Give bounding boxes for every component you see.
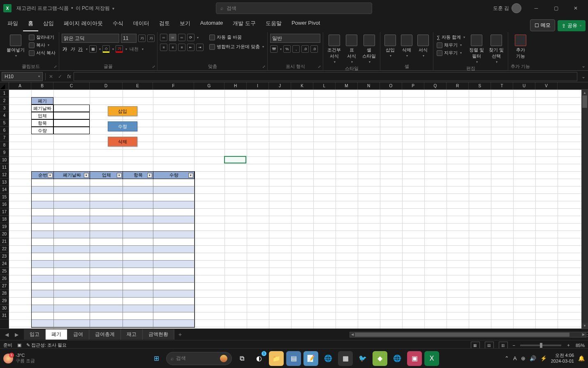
table-cell[interactable] bbox=[32, 275, 54, 283]
insert-cells-button[interactable]: 삽입▾ bbox=[383, 34, 398, 58]
row-header[interactable]: 22 bbox=[0, 245, 9, 253]
increase-decimal-button[interactable]: .0 bbox=[301, 45, 309, 53]
format-painter-button[interactable]: 서식 복사 bbox=[28, 49, 56, 56]
sheet-nav-prev[interactable]: ◀ bbox=[2, 332, 12, 338]
battery-icon[interactable]: ⚡ bbox=[540, 355, 547, 361]
table-cell[interactable] bbox=[54, 268, 90, 275]
row-header[interactable]: 27 bbox=[0, 282, 9, 290]
fx-button[interactable]: fx bbox=[65, 74, 74, 79]
table-cell[interactable] bbox=[90, 268, 123, 275]
table-cell[interactable] bbox=[153, 216, 194, 224]
filter-button[interactable]: ▾ bbox=[188, 173, 193, 178]
macro-record-icon[interactable]: ▣ bbox=[17, 342, 21, 348]
column-header[interactable]: E bbox=[123, 82, 153, 89]
table-cell[interactable] bbox=[54, 298, 90, 305]
add-sheet-button[interactable]: ＋ bbox=[174, 331, 186, 338]
table-cell[interactable] bbox=[153, 312, 194, 320]
sort-filter-button[interactable]: 정렬 및 필터▾ bbox=[468, 34, 486, 65]
table-cell[interactable] bbox=[123, 312, 153, 320]
memo-button[interactable]: ☐ 메모 bbox=[530, 19, 555, 31]
column-header[interactable]: U bbox=[513, 82, 535, 89]
ribbon-tab[interactable]: 데이터 bbox=[128, 16, 154, 31]
table-cell[interactable] bbox=[153, 253, 194, 261]
table-cell[interactable] bbox=[54, 209, 90, 216]
table-header[interactable]: 항목▾ bbox=[123, 172, 153, 179]
table-cell[interactable] bbox=[54, 290, 90, 298]
format-cells-button[interactable]: 서식▾ bbox=[416, 34, 431, 58]
column-header[interactable]: J bbox=[269, 82, 291, 89]
table-cell[interactable] bbox=[32, 298, 54, 305]
language-button[interactable]: A bbox=[513, 355, 517, 361]
task-view-button[interactable]: ⧉ bbox=[234, 351, 249, 366]
sheet-tab[interactable]: 금액현황 bbox=[143, 329, 174, 340]
row-header[interactable]: 11 bbox=[0, 164, 9, 171]
row-header[interactable]: 10 bbox=[0, 156, 9, 164]
row-header[interactable]: 5 bbox=[0, 119, 9, 127]
row-header[interactable]: 12 bbox=[0, 171, 9, 179]
table-cell[interactable] bbox=[123, 253, 153, 261]
ribbon-tab[interactable]: Automate bbox=[195, 16, 228, 31]
share-button[interactable]: ⇪ 공유 ▾ bbox=[558, 20, 586, 31]
search-box[interactable]: ⌕ 검색 bbox=[216, 2, 372, 14]
ribbon-tab[interactable]: 개발 도구 bbox=[228, 16, 261, 31]
row-header[interactable]: 29 bbox=[0, 297, 9, 305]
table-cell[interactable] bbox=[32, 290, 54, 298]
cancel-fx-button[interactable]: ✕ bbox=[46, 74, 56, 79]
row-header[interactable]: 25 bbox=[0, 268, 9, 275]
table-cell[interactable] bbox=[153, 201, 194, 209]
table-cell[interactable] bbox=[153, 305, 194, 312]
table-cell[interactable] bbox=[123, 290, 153, 298]
chevron-down-icon[interactable]: ▾ bbox=[112, 6, 114, 11]
row-header[interactable]: 8 bbox=[0, 142, 9, 149]
table-cell[interactable] bbox=[90, 238, 123, 246]
find-select-button[interactable]: 찾기 및 선택▾ bbox=[487, 34, 505, 65]
column-header[interactable]: H bbox=[225, 82, 247, 89]
cut-button[interactable]: 잘라내기 bbox=[28, 34, 56, 41]
form-value-cell[interactable] bbox=[53, 105, 90, 112]
column-header[interactable]: D bbox=[90, 82, 123, 89]
cells-area[interactable]: 폐기 폐기날짜업체항목수량 삽입 수정 삭제 순번▾폐기날짜▾업체▾항목▾수량▾ bbox=[9, 90, 588, 328]
app-button-5[interactable]: 🌐 bbox=[390, 351, 405, 366]
table-cell[interactable] bbox=[32, 201, 54, 209]
ribbon-tab[interactable]: 홈 bbox=[23, 16, 38, 31]
wifi-icon[interactable]: ⊕ bbox=[521, 355, 525, 361]
row-header[interactable]: 2 bbox=[0, 97, 9, 105]
table-header[interactable]: 업체▾ bbox=[90, 172, 123, 179]
chrome-button[interactable]: 🌐 bbox=[321, 351, 336, 366]
row-header[interactable]: 4 bbox=[0, 112, 9, 119]
app-button-4[interactable]: ◆ bbox=[373, 351, 387, 366]
table-cell[interactable] bbox=[153, 224, 194, 231]
table-cell[interactable] bbox=[32, 216, 54, 224]
table-cell[interactable] bbox=[90, 320, 123, 327]
font-color-button[interactable]: 가 bbox=[116, 45, 123, 53]
table-cell[interactable] bbox=[90, 275, 123, 283]
column-header[interactable]: L bbox=[313, 82, 336, 89]
table-cell[interactable] bbox=[32, 283, 54, 290]
app-button-1[interactable]: ▤ bbox=[286, 351, 301, 366]
table-cell[interactable] bbox=[90, 209, 123, 216]
table-cell[interactable] bbox=[123, 246, 153, 253]
zoom-slider[interactable] bbox=[520, 345, 561, 346]
row-header[interactable]: 21 bbox=[0, 238, 9, 245]
table-cell[interactable] bbox=[153, 186, 194, 194]
table-cell[interactable] bbox=[123, 201, 153, 209]
edit-record-button[interactable]: 수정 bbox=[108, 121, 137, 131]
table-cell[interactable] bbox=[32, 179, 54, 186]
form-value-cell[interactable] bbox=[53, 112, 90, 119]
vertical-scrollbar[interactable]: ▲ ▼ bbox=[581, 90, 588, 328]
filter-button[interactable]: ▾ bbox=[117, 173, 122, 178]
column-header[interactable]: C bbox=[53, 82, 90, 89]
row-header[interactable]: 15 bbox=[0, 193, 9, 201]
delete-cells-button[interactable]: 삭제▾ bbox=[399, 34, 414, 58]
filter-button[interactable]: ▾ bbox=[84, 173, 89, 178]
dialog-launcher-icon[interactable]: ⤢ bbox=[152, 65, 155, 69]
form-value-cell[interactable] bbox=[53, 127, 90, 134]
zoom-level[interactable]: 85% bbox=[576, 343, 585, 348]
column-header[interactable]: T bbox=[491, 82, 513, 89]
start-button[interactable]: ⊞ bbox=[149, 351, 164, 366]
table-cell[interactable] bbox=[54, 261, 90, 268]
table-cell[interactable] bbox=[54, 246, 90, 253]
border-button[interactable]: ▦ bbox=[89, 45, 97, 53]
minimize-button[interactable]: ─ bbox=[527, 2, 545, 15]
table-cell[interactable] bbox=[153, 290, 194, 298]
